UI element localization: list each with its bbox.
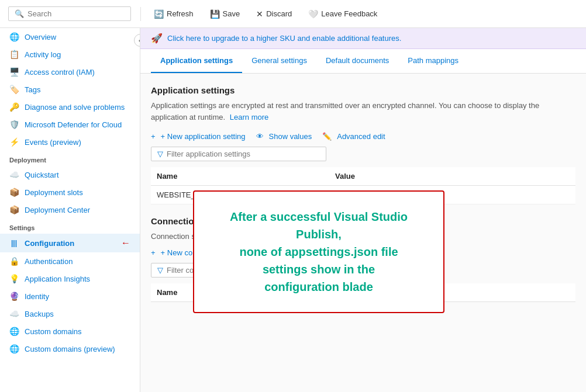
tab-path-mappings[interactable]: Path mappings: [398, 49, 468, 73]
sidebar-item-tags[interactable]: 🏷️ Tags: [0, 81, 140, 98]
leave-feedback-button[interactable]: 🤍 Leave Feedback: [305, 7, 381, 21]
advanced-edit-button[interactable]: ✏️ Advanced edit: [322, 132, 385, 141]
rocket-icon: 🚀: [151, 33, 163, 44]
sidebar-item-deployment-slots[interactable]: 📦 Deployment slots: [0, 183, 140, 201]
sidebar-item-configuration[interactable]: ||| Configuration ←: [0, 234, 140, 252]
diagnose-icon: 🔑: [9, 102, 19, 112]
eye-icon: 👁: [256, 132, 264, 141]
app-settings-action-bar: + + New application setting 👁 Show value…: [151, 132, 575, 141]
edit-icon: ✏️: [322, 132, 332, 141]
filter-connection-icon: ▽: [157, 266, 163, 275]
sidebar-arrow-indicator: ←: [121, 238, 130, 248]
filter-app-settings-icon: ▽: [157, 150, 163, 158]
toolbar: 🔍 🔄 Refresh 💾 Save ✕ Discard 🤍 Leave Fee…: [0, 0, 586, 28]
tab-default-documents[interactable]: Default documents: [316, 49, 398, 73]
sidebar-item-events[interactable]: ⚡ Events (preview): [0, 133, 140, 151]
sidebar-item-authentication[interactable]: 🔒 Authentication: [0, 252, 140, 270]
deployment-section-header: Deployment: [0, 151, 140, 166]
sidebar-item-identity[interactable]: 🔮 Identity: [0, 287, 140, 305]
content-body: Application settings Application setting…: [140, 74, 586, 392]
sidebar-item-activity-log[interactable]: 📋 Activity log: [0, 46, 140, 63]
save-button[interactable]: 💾 Save: [206, 7, 244, 21]
save-icon: 💾: [210, 9, 220, 19]
learn-more-link[interactable]: Learn more: [230, 113, 268, 122]
quickstart-icon: ☁️: [9, 170, 19, 179]
custom-domains-icon: 🌐: [9, 327, 19, 336]
search-input[interactable]: [27, 9, 126, 18]
deployment-center-icon: 📦: [9, 205, 19, 214]
discard-button[interactable]: ✕ Discard: [253, 7, 295, 21]
plus-connection-icon: +: [151, 248, 156, 257]
access-control-icon: 🖥️: [9, 67, 19, 77]
configuration-icon: |||: [9, 238, 19, 248]
app-settings-title: Application settings: [151, 85, 575, 95]
tab-general-settings[interactable]: General settings: [242, 49, 316, 73]
sidebar-item-defender[interactable]: 🛡️ Microsoft Defender for Cloud: [0, 116, 140, 133]
globe-icon: 🌐: [9, 32, 19, 41]
refresh-button[interactable]: 🔄 Refresh: [150, 7, 197, 21]
activity-log-icon: 📋: [9, 50, 19, 59]
main-layout: « 🌐 Overview 📋 Activity log 🖥️ Access co…: [0, 28, 586, 392]
authentication-icon: 🔒: [9, 256, 19, 266]
deployment-slots-icon: 📦: [9, 188, 19, 197]
upgrade-banner[interactable]: 🚀 Click here to upgrade to a higher SKU …: [140, 28, 586, 49]
sidebar-item-backups[interactable]: ☁️ Backups: [0, 305, 140, 322]
app-settings-description: Application settings are encrypted at re…: [151, 100, 575, 123]
upgrade-banner-text: Click here to upgrade to a higher SKU an…: [167, 34, 401, 43]
sidebar-item-deployment-center[interactable]: 📦 Deployment Center: [0, 201, 140, 218]
events-icon: ⚡: [9, 137, 19, 147]
popup-text: After a successful Visual Studio Publish…: [208, 208, 429, 296]
defender-icon: 🛡️: [9, 120, 19, 129]
popup-overlay: After a successful Visual Studio Publish…: [193, 190, 444, 313]
content-tabs: Application settings General settings De…: [140, 49, 586, 74]
sidebar-item-access-control[interactable]: 🖥️ Access control (IAM): [0, 63, 140, 81]
discard-icon: ✕: [256, 9, 263, 19]
sidebar: « 🌐 Overview 📋 Activity log 🖥️ Access co…: [0, 28, 140, 392]
show-values-button[interactable]: 👁 Show values: [256, 132, 312, 141]
search-box[interactable]: 🔍: [8, 6, 131, 21]
refresh-icon: 🔄: [154, 9, 164, 19]
sidebar-item-custom-domains-preview[interactable]: 🌐 Custom domains (preview): [0, 340, 140, 358]
settings-section-header: Settings: [0, 218, 140, 234]
content-area: 🚀 Click here to upgrade to a higher SKU …: [140, 28, 586, 392]
tab-application-settings[interactable]: Application settings: [151, 49, 242, 73]
sidebar-item-application-insights[interactable]: 💡 Application Insights: [0, 270, 140, 287]
identity-icon: 🔮: [9, 292, 19, 301]
custom-domains-preview-icon: 🌐: [9, 344, 19, 353]
tags-icon: 🏷️: [9, 85, 19, 94]
toolbar-divider: [140, 7, 141, 21]
filter-app-settings-wrap: ▽: [151, 147, 326, 161]
app-settings-col-name: Name: [151, 167, 329, 186]
backups-icon: ☁️: [9, 309, 19, 318]
upgrade-link[interactable]: Click here to upgrade to a higher SKU an…: [167, 34, 401, 43]
sidebar-item-custom-domains[interactable]: 🌐 Custom domains: [0, 322, 140, 340]
search-icon: 🔍: [15, 9, 24, 18]
feedback-icon: 🤍: [308, 9, 318, 19]
filter-app-settings-input[interactable]: [167, 150, 313, 158]
sidebar-item-diagnose[interactable]: 🔑 Diagnose and solve problems: [0, 98, 140, 116]
application-insights-icon: 💡: [9, 274, 19, 283]
sidebar-item-quickstart[interactable]: ☁️ Quickstart: [0, 166, 140, 183]
sidebar-item-overview[interactable]: 🌐 Overview: [0, 28, 140, 46]
new-app-setting-button[interactable]: + + New application setting: [151, 132, 246, 141]
plus-icon: +: [151, 132, 156, 141]
app-settings-col-value: Value: [329, 167, 575, 186]
